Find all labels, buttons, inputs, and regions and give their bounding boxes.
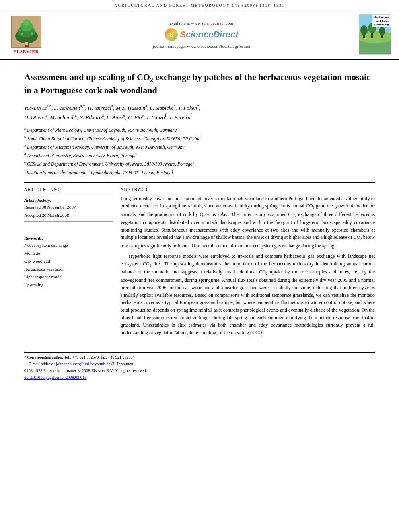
accepted-date: Accepted 20 March 2008 [24,212,113,219]
doi-link[interactable]: doi:10.1016/j.agrformet.2008.03.013 [24,375,86,380]
header-area: ELSEVIER available at www.sciencedirect.… [0,10,399,60]
journal-homepage: journal homepage: www.elsevier.com/locat… [48,44,355,49]
journal-bar: Agricultural and Forest Meteorology 148 … [0,0,399,10]
elsevier-logo: ELSEVIER [8,16,44,54]
article-info-column: Article Info Article history: Received 3… [24,187,113,341]
keyword-3: Oak woodland [24,257,113,265]
email-link[interactable]: john.tenhunen@uni-bayreuth.de [56,362,111,366]
svg-point-25 [379,27,385,35]
elsevier-text: ELSEVIER [13,49,39,54]
footer-area: * Corresponding author. Tel.: +49 921 55… [24,352,375,380]
divider [24,182,375,183]
header-center: available at www.sciencedirect.com S Sci… [48,21,355,49]
affiliations: a Department of Plant Ecology, Universit… [24,126,375,176]
abstract-heading: Abstract [121,187,375,192]
keyword-1: Net ecosystem exchange [24,242,113,249]
article-history-label: Article history: [24,198,113,203]
keywords-list: Net ecosystem exchange Montado Oak woodl… [24,242,113,289]
article-title: Assessment and up-scaling of CO2 exchang… [24,71,375,97]
journal-cover-image: Agricultural and Forest Meteorology [359,14,391,55]
svg-point-8 [19,29,21,31]
article-info-heading: Article Info [24,187,113,192]
info-divider-top [24,195,113,195]
corresponding-author-text: * Corresponding author. Tel.: +49 921 55… [24,355,136,359]
corresponding-author-note: * Corresponding author. Tel.: +49 921 55… [24,355,375,359]
journal-cover-title: Agricultural and Forest Meteorology [372,15,391,27]
doi-text: doi:10.1016/j.agrformet.2008.03.013 [24,375,375,380]
abstract-column: Abstract Long-term eddy covariance measu… [121,187,375,341]
svg-point-9 [33,28,35,30]
keywords-label: Keywords: [24,236,113,240]
info-divider-kw [24,233,113,233]
main-content: Assessment and up-scaling of CO2 exchang… [0,60,399,388]
email-note: E-mail address: john.tenhunen@uni-bayreu… [24,361,375,368]
sciencedirect-text: ScienceDirect [180,29,239,40]
svg-point-21 [360,25,368,35]
svg-point-6 [21,33,23,35]
abstract-text: Long-term eddy covariance measurements o… [121,195,375,337]
keyword-4: Herbaceous vegetation [24,265,113,273]
elsevier-tree-icon [11,16,41,48]
available-text: available at www.sciencedirect.com [48,21,355,25]
info-divider-mid [24,221,113,222]
sciencedirect-logo: S ScienceDirect [165,28,239,41]
keyword-2: Montado [24,249,113,257]
keyword-6: Up-scaling [24,281,113,289]
received-date: Received 30 November 2007 [24,204,113,211]
svg-point-5 [23,19,31,26]
svg-text:S: S [170,31,173,38]
email-suffix: (J. Tenhunen). [110,362,136,366]
two-column-section: Article Info Article history: Received 3… [24,187,375,341]
authors: Yue-Lin Lia,b, J. Tenhunena,*, H. Mirzae… [24,103,375,121]
journal-citation: Agricultural and Forest Meteorology 148 … [114,3,285,8]
abstract-paragraph-2: Hyperbolic light response models were em… [121,253,375,337]
email-label: E-mail address: [29,362,55,366]
svg-rect-11 [25,45,28,48]
keyword-5: Light response model [24,273,113,281]
rights-text: 0168-1923/$ – see front matter © 2008 El… [24,368,375,374]
svg-point-7 [31,32,33,35]
abstract-paragraph-1: Long-term eddy covariance measurements o… [121,195,375,250]
svg-point-10 [25,42,28,45]
